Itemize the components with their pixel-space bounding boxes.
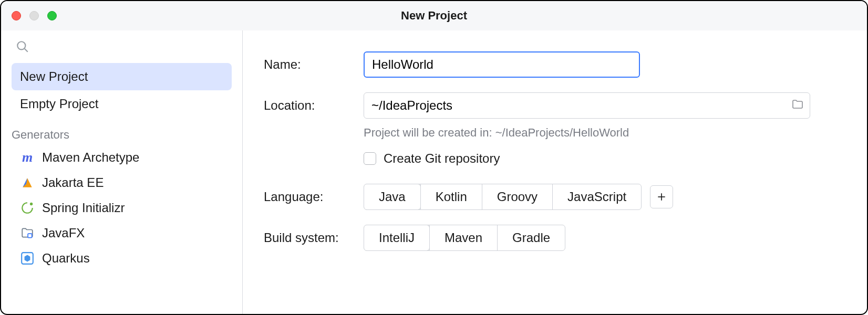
location-input[interactable] (364, 92, 810, 119)
main-panel: Name: Location: Project will be created … (243, 30, 867, 314)
build-system-option-maven[interactable]: Maven (429, 225, 497, 250)
titlebar: New Project (1, 1, 867, 30)
search-icon[interactable] (16, 46, 29, 55)
language-option-javascript[interactable]: JavaScript (552, 184, 641, 209)
sidebar: New ProjectEmpty Project Generators mMav… (1, 30, 243, 314)
generator-label: Maven Archetype (42, 150, 139, 165)
git-checkbox-label: Create Git repository (384, 151, 500, 166)
add-language-button[interactable] (650, 185, 673, 208)
quarkus-icon (20, 251, 35, 266)
sidebar-item-new-project[interactable]: New Project (12, 63, 232, 90)
generator-item-spring-initializr[interactable]: Spring Initializr (12, 195, 232, 220)
svg-point-0 (17, 41, 25, 49)
maven-icon: m (20, 150, 35, 165)
sidebar-item-empty-project[interactable]: Empty Project (12, 90, 232, 118)
language-option-java[interactable]: Java (364, 184, 420, 209)
language-option-kotlin[interactable]: Kotlin (420, 184, 482, 209)
build-label: Build system: (264, 230, 364, 245)
jakarta-icon (20, 175, 35, 190)
generator-label: Jakarta EE (42, 175, 104, 190)
maximize-window-button[interactable] (47, 11, 57, 20)
location-hint: Project will be created in: ~/IdeaProjec… (364, 126, 846, 140)
close-window-button[interactable] (12, 11, 21, 20)
language-label: Language: (264, 190, 364, 204)
build-system-option-intellij[interactable]: IntelliJ (364, 225, 429, 250)
minimize-window-button[interactable] (29, 11, 39, 20)
build-system-option-gradle[interactable]: Gradle (497, 225, 565, 250)
generator-item-maven-archetype[interactable]: mMaven Archetype (12, 145, 232, 170)
generator-item-quarkus[interactable]: Quarkus (12, 246, 232, 271)
build-segmented: IntelliJMavenGradle (364, 225, 565, 251)
javafx-icon (20, 226, 35, 240)
svg-marker-5 (25, 255, 30, 262)
svg-rect-3 (28, 234, 32, 238)
git-checkbox[interactable] (364, 152, 376, 165)
window-title: New Project (401, 9, 467, 23)
generator-item-jakarta-ee[interactable]: Jakarta EE (12, 170, 232, 195)
svg-point-2 (30, 203, 32, 205)
generator-label: Spring Initializr (42, 201, 125, 215)
svg-line-1 (25, 49, 28, 52)
folder-icon[interactable] (791, 98, 804, 113)
language-option-groovy[interactable]: Groovy (482, 184, 552, 209)
name-label: Name: (264, 57, 364, 72)
generator-label: JavaFX (42, 226, 85, 240)
language-segmented: JavaKotlinGroovyJavaScript (364, 184, 642, 210)
location-label: Location: (264, 98, 364, 113)
spring-icon (20, 201, 35, 215)
generators-header: Generators (1, 118, 242, 145)
git-checkbox-row[interactable]: Create Git repository (364, 151, 846, 166)
name-input[interactable] (364, 51, 640, 78)
generator-label: Quarkus (42, 251, 90, 266)
window-controls (12, 11, 57, 20)
generator-item-javafx[interactable]: JavaFX (12, 220, 232, 246)
